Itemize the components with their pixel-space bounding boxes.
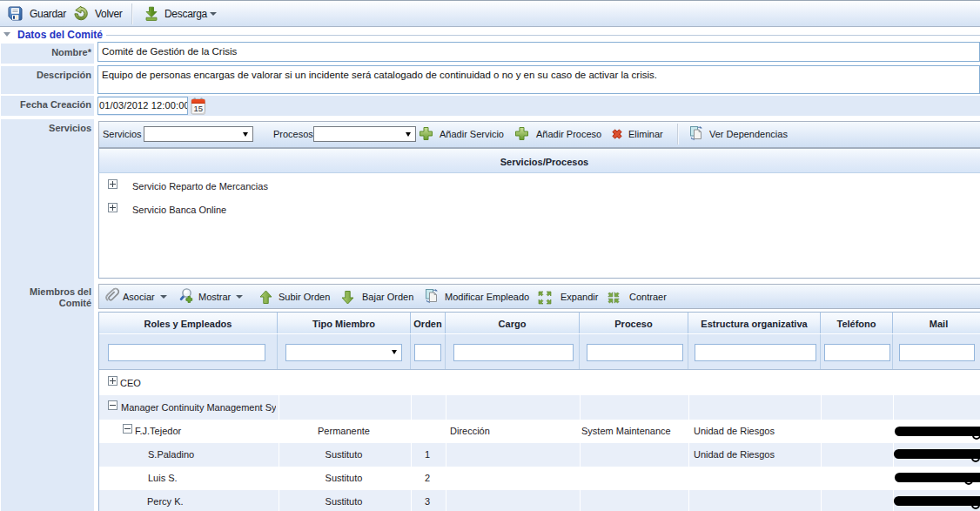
svg-text:15: 15 bbox=[193, 104, 203, 113]
